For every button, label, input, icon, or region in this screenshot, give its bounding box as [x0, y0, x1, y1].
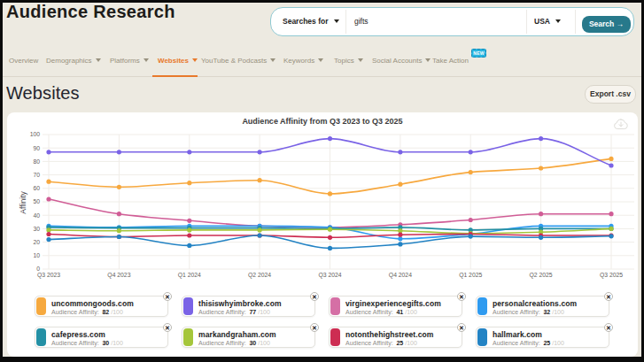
- svg-text:10: 10: [33, 252, 40, 258]
- svg-text:Q2 2024: Q2 2024: [248, 272, 271, 279]
- svg-text:40: 40: [33, 212, 40, 219]
- svg-text:80: 80: [33, 158, 40, 165]
- svg-text:Q3 2025: Q3 2025: [600, 272, 623, 279]
- svg-text:Q3 2023: Q3 2023: [37, 272, 60, 279]
- svg-text:Q4 2023: Q4 2023: [107, 272, 130, 279]
- svg-text:90: 90: [33, 145, 40, 151]
- svg-text:Q1 2025: Q1 2025: [459, 272, 482, 279]
- svg-text:30: 30: [33, 226, 40, 232]
- svg-text:Affinity: Affinity: [19, 191, 27, 214]
- svg-text:50: 50: [33, 198, 40, 204]
- svg-text:Q4 2024: Q4 2024: [389, 272, 412, 279]
- svg-text:70: 70: [33, 172, 40, 178]
- svg-text:20: 20: [33, 239, 40, 245]
- svg-text:60: 60: [33, 185, 40, 191]
- svg-text:Q3 2024: Q3 2024: [318, 272, 341, 279]
- svg-text:Audience Affinity from Q3 2023: Audience Affinity from Q3 2023 to Q3 202…: [242, 117, 402, 126]
- svg-text:Q1 2024: Q1 2024: [178, 272, 201, 279]
- svg-text:Q2 2025: Q2 2025: [530, 272, 553, 279]
- svg-text:100: 100: [30, 131, 41, 137]
